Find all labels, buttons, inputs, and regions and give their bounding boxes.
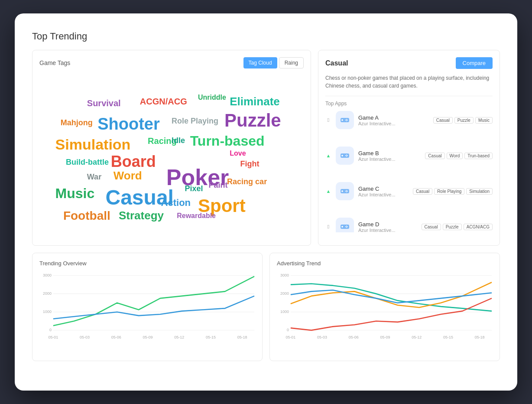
gamepad-icon — [340, 222, 350, 232]
svg-point-4 — [347, 120, 348, 121]
tag-strategy[interactable]: Strategy — [119, 209, 164, 222]
game-tags-title: Game Tags — [39, 59, 70, 66]
apple-icon:  — [325, 224, 331, 230]
tag-turn-based[interactable]: Turn-based — [190, 133, 265, 149]
svg-text:05-09: 05-09 — [143, 335, 153, 339]
app-tag-badge[interactable]: Casual — [422, 224, 441, 230]
app-tag-badge[interactable]: Puzzle — [454, 117, 474, 124]
svg-text:0: 0 — [49, 328, 52, 332]
app-tag-badge[interactable]: Casual — [413, 188, 432, 195]
svg-text:05-03: 05-03 — [317, 335, 327, 339]
tag-acgn-acg[interactable]: ACGN/ACG — [140, 97, 187, 107]
page-title: Top Trending — [32, 31, 500, 42]
svg-text:05-18: 05-18 — [475, 335, 485, 339]
svg-text:1000: 1000 — [280, 310, 289, 314]
tag-rewardable[interactable]: Rewardable — [177, 212, 216, 220]
main-grid: Game Tags Tag Cloud Raing SurvivalACGN/A… — [32, 50, 500, 246]
casual-card: Casual Compare Chess or non-poker games … — [318, 50, 500, 246]
trending-overview-card: Trending Overview 3000 2000 1000 0 — [32, 253, 263, 361]
app-info: Game DAzur Interactive... — [358, 221, 417, 233]
app-tag-badge[interactable]: Trun-based — [464, 153, 493, 159]
tag-mahjong[interactable]: Mahjong — [61, 118, 93, 127]
tag-idle[interactable]: Idle — [172, 136, 185, 145]
gamepad-icon — [340, 186, 350, 196]
svg-text:3000: 3000 — [280, 273, 289, 277]
app-developer: Azur Interactive... — [358, 228, 417, 233]
android-icon: ▲ — [325, 153, 331, 158]
svg-rect-2 — [341, 120, 343, 121]
casual-title: Casual — [325, 59, 348, 67]
app-tag-badge[interactable]: Casual — [433, 117, 453, 124]
tag-eliminate[interactable]: Eliminate — [230, 95, 280, 108]
app-tags: CasualWordTrun-based — [425, 153, 493, 159]
svg-rect-16 — [341, 191, 343, 192]
bottom-grid: Trending Overview 3000 2000 1000 0 — [32, 253, 500, 361]
app-developer: Azur Interactive... — [358, 192, 409, 197]
app-icon-wrap — [336, 182, 354, 200]
svg-point-18 — [347, 191, 348, 192]
tag-action[interactable]: Action — [161, 197, 191, 209]
gamepad-icon — [340, 115, 350, 125]
tag-love[interactable]: Love — [230, 150, 246, 157]
rating-button[interactable]: Raing — [279, 57, 304, 68]
trending-overview-chart: 3000 2000 1000 0 05-01 05-03 0 — [39, 271, 255, 358]
tag-fight[interactable]: Fight — [240, 160, 260, 169]
advertising-trend-title: Advertising Trend — [277, 260, 493, 267]
svg-rect-9 — [341, 155, 343, 156]
tag-football[interactable]: Football — [63, 209, 110, 223]
tag-racing-car[interactable]: Racing car — [227, 177, 267, 186]
app-tag-badge[interactable]: Simulation — [466, 188, 493, 195]
svg-point-19 — [346, 192, 347, 192]
tag-build-battle[interactable]: Build-battle — [66, 158, 109, 167]
svg-point-25 — [347, 226, 348, 227]
tag-cloud-inner: SurvivalACGN/ACGUnriddleEliminateMahjong… — [39, 74, 304, 238]
svg-text:05-09: 05-09 — [380, 335, 390, 339]
svg-text:3000: 3000 — [43, 273, 52, 277]
divider — [325, 96, 493, 96]
tag-puzzle[interactable]: Puzzle — [224, 110, 281, 131]
app-tags: CasualPuzzleMusic — [433, 117, 493, 124]
trending-overview-title: Trending Overview — [39, 260, 255, 267]
tag-pixel[interactable]: Pixel — [185, 184, 203, 193]
view-toggle: Tag Cloud Raing — [243, 57, 304, 68]
app-item: ▲ Game BAzur Interactive...CasualWordTru… — [325, 147, 493, 165]
app-tag-badge[interactable]: Role Playing — [434, 188, 464, 195]
tag-shooter[interactable]: Shooter — [97, 115, 160, 134]
tag-word[interactable]: Word — [114, 169, 142, 182]
apple-icon:  — [325, 117, 331, 123]
app-icon-wrap — [336, 111, 354, 129]
tag-role-playing[interactable]: Role Playing — [172, 117, 218, 126]
app-tag-badge[interactable]: Puzzle — [443, 224, 462, 230]
gamepad-icon — [340, 150, 350, 161]
app-icon-wrap — [336, 147, 354, 165]
tag-board[interactable]: Board — [111, 153, 156, 171]
tag-simulation[interactable]: Simulation — [55, 136, 131, 153]
compare-button[interactable]: Compare — [456, 57, 493, 69]
svg-point-12 — [346, 156, 347, 157]
svg-text:05-03: 05-03 — [80, 335, 90, 339]
app-tag-badge[interactable]: Casual — [425, 153, 444, 159]
svg-text:05-15: 05-15 — [443, 335, 453, 339]
tag-cloud-button[interactable]: Tag Cloud — [243, 57, 277, 68]
app-list:  Game AAzur Interactive...CasualPuzzleM… — [325, 111, 493, 232]
app-tag-badge[interactable]: Music — [475, 117, 493, 124]
tag-music[interactable]: Music — [55, 186, 95, 202]
svg-text:05-01: 05-01 — [285, 335, 295, 339]
svg-text:05-12: 05-12 — [174, 335, 184, 339]
svg-text:2000: 2000 — [43, 291, 52, 296]
app-name: Game A — [358, 114, 429, 121]
tag-survival[interactable]: Survival — [87, 98, 121, 108]
tag-paint[interactable]: Paint — [208, 181, 227, 190]
casual-description: Chess or non-poker games that placed on … — [325, 74, 493, 90]
tag-unriddle[interactable]: Unriddle — [198, 94, 226, 101]
app-item:  Game DAzur Interactive...CasualPuzzleA… — [325, 218, 493, 232]
app-tag-badge[interactable]: ACGN/ACG — [464, 224, 493, 230]
svg-text:2000: 2000 — [280, 291, 289, 296]
advertising-trend-chart: 3000 2000 1000 0 — [277, 271, 493, 358]
svg-text:05-15: 05-15 — [206, 335, 216, 339]
app-tag-badge[interactable]: Word — [447, 153, 463, 159]
app-tags: CasualPuzzleACGN/ACG — [422, 224, 493, 230]
svg-point-27 — [345, 226, 346, 227]
android-icon: ▲ — [325, 189, 331, 194]
tag-war[interactable]: War — [87, 173, 101, 182]
